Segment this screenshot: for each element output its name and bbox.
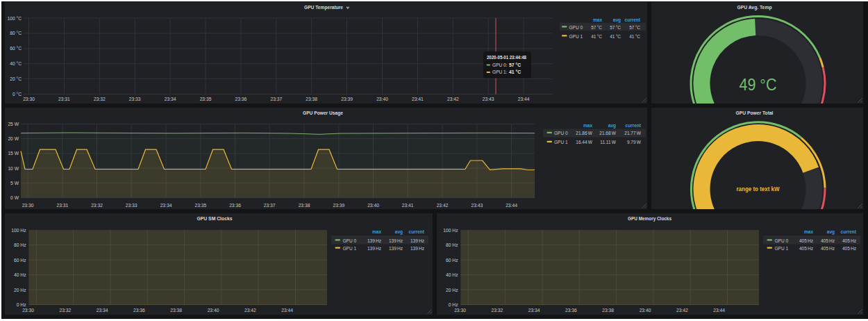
svg-text:current: current (625, 17, 641, 22)
svg-text:max: max (804, 229, 813, 234)
svg-text:57 °C: 57 °C (610, 25, 621, 30)
svg-text:GPU Avg. Temp: GPU Avg. Temp (737, 4, 772, 10)
svg-text:avg: avg (613, 17, 621, 23)
svg-text:23:39: 23:39 (333, 203, 344, 208)
svg-text:max: max (372, 229, 381, 234)
svg-text:23:38: 23:38 (170, 308, 182, 313)
svg-text:139 Hz: 139 Hz (410, 238, 424, 243)
svg-text:23:32: 23:32 (59, 308, 71, 313)
svg-text:41 °C: 41 °C (509, 69, 521, 74)
svg-text:49 °C: 49 °C (740, 75, 777, 94)
svg-text:23:36: 23:36 (229, 203, 241, 208)
svg-text:57 °C: 57 °C (591, 25, 602, 30)
svg-text:23:30: 23:30 (23, 97, 35, 101)
svg-text:23:38: 23:38 (306, 97, 317, 101)
svg-text:100 Hz: 100 Hz (11, 228, 26, 233)
svg-text:139 Hz: 139 Hz (410, 246, 424, 251)
svg-text:11.11 W: 11.11 W (600, 140, 617, 145)
svg-text:GPU Memory Clocks: GPU Memory Clocks (628, 215, 671, 222)
svg-text:23:43: 23:43 (471, 203, 483, 208)
svg-text:405 Hz: 405 Hz (821, 238, 835, 243)
svg-text:405 Hz: 405 Hz (842, 238, 856, 243)
svg-text:405 Hz: 405 Hz (821, 246, 835, 251)
svg-text:41 °C: 41 °C (629, 34, 640, 39)
svg-text:20 W: 20 W (8, 136, 19, 141)
svg-text:23:34: 23:34 (528, 308, 540, 313)
svg-text:GPU 1: GPU 1 (554, 140, 568, 145)
svg-text:40 Hz: 40 Hz (14, 272, 26, 277)
svg-text:80 Hz: 80 Hz (446, 242, 458, 247)
svg-text:21.68 W: 21.68 W (599, 131, 617, 135)
svg-text:23:34: 23:34 (160, 203, 172, 208)
svg-text:23:42: 23:42 (437, 203, 449, 208)
svg-text:23:30: 23:30 (22, 308, 34, 313)
svg-text:range to text kW: range to text kW (737, 186, 781, 192)
svg-text:15 W: 15 W (8, 151, 19, 156)
svg-text:80 Hz: 80 Hz (14, 242, 26, 247)
svg-text:139 Hz: 139 Hz (367, 238, 381, 243)
svg-text:23:36: 23:36 (235, 97, 247, 101)
svg-text:current: current (841, 229, 857, 234)
svg-text:23:41: 23:41 (412, 97, 424, 101)
svg-text:GPU Power Usage: GPU Power Usage (303, 110, 343, 116)
svg-text:23:37: 23:37 (270, 97, 282, 101)
svg-text:GPU 1: GPU 1 (569, 34, 583, 39)
svg-text:GPU 1: GPU 1 (343, 246, 357, 251)
svg-text:23:38: 23:38 (299, 203, 310, 208)
svg-text:23:34: 23:34 (97, 308, 108, 313)
svg-text:avg: avg (827, 229, 835, 235)
svg-text:60 Hz: 60 Hz (446, 258, 458, 263)
svg-text:16.44 W: 16.44 W (576, 140, 593, 145)
svg-text:23:44: 23:44 (713, 308, 725, 313)
svg-text:21.86 W: 21.86 W (576, 131, 593, 135)
svg-text:23:31: 23:31 (56, 203, 68, 208)
svg-text:23:38: 23:38 (602, 308, 614, 313)
svg-text:0 Hz: 0 Hz (17, 302, 26, 307)
svg-text:80 °C: 80 °C (10, 31, 22, 35)
svg-text:23:40: 23:40 (376, 97, 388, 101)
svg-text:23:44: 23:44 (506, 203, 517, 208)
svg-text:23:30: 23:30 (22, 203, 34, 208)
svg-text:23:40: 23:40 (208, 308, 219, 313)
svg-text:23:32: 23:32 (91, 203, 103, 208)
svg-text:23:35: 23:35 (200, 97, 212, 101)
svg-text:avg: avg (395, 229, 403, 235)
svg-text:23:44: 23:44 (518, 97, 530, 101)
svg-text:20 Hz: 20 Hz (14, 288, 26, 293)
svg-text:60 Hz: 60 Hz (14, 258, 26, 263)
svg-text:GPU Power Total: GPU Power Total (736, 110, 774, 116)
svg-text:41 °C: 41 °C (591, 34, 602, 39)
svg-text:23:32: 23:32 (491, 308, 503, 313)
svg-text:GPU 1: GPU 1 (775, 246, 789, 251)
svg-text:max: max (593, 17, 602, 22)
svg-text:23:34: 23:34 (165, 97, 176, 101)
svg-text:20 Hz: 20 Hz (446, 288, 458, 293)
svg-text:20 °C: 20 °C (10, 76, 22, 81)
svg-text:41 °C: 41 °C (610, 34, 621, 39)
svg-text:23:40: 23:40 (367, 203, 379, 208)
svg-text:405 Hz: 405 Hz (799, 238, 813, 243)
svg-text:57 °C: 57 °C (509, 63, 521, 67)
svg-text:139 Hz: 139 Hz (389, 246, 403, 251)
svg-text:2020-05-01 23:44:48: 2020-05-01 23:44:48 (487, 55, 526, 60)
svg-text:100 Hz: 100 Hz (443, 228, 458, 233)
svg-text:405 Hz: 405 Hz (842, 246, 856, 251)
svg-text:23:40: 23:40 (640, 308, 651, 313)
svg-text:GPU SM Clocks: GPU SM Clocks (197, 215, 233, 222)
svg-text:avg: avg (608, 123, 616, 129)
svg-text:5 W: 5 W (10, 181, 19, 186)
svg-text:23:30: 23:30 (454, 308, 466, 313)
svg-text:405 Hz: 405 Hz (799, 246, 813, 251)
svg-text:23:36: 23:36 (133, 308, 145, 313)
svg-text:GPU 1:: GPU 1: (492, 69, 508, 74)
svg-text:GPU 0: GPU 0 (775, 238, 789, 243)
svg-text:GPU Temperature: GPU Temperature (304, 4, 343, 10)
svg-text:0 °C: 0 °C (12, 92, 22, 97)
svg-text:GPU 0: GPU 0 (554, 131, 568, 135)
svg-text:GPU 0: GPU 0 (343, 238, 357, 243)
svg-text:GPU 0:: GPU 0: (492, 63, 508, 67)
svg-text:0 Hz: 0 Hz (449, 302, 458, 307)
svg-text:100 °C: 100 °C (7, 16, 22, 21)
svg-text:60 °C: 60 °C (10, 46, 22, 51)
svg-text:23:44: 23:44 (281, 308, 293, 313)
